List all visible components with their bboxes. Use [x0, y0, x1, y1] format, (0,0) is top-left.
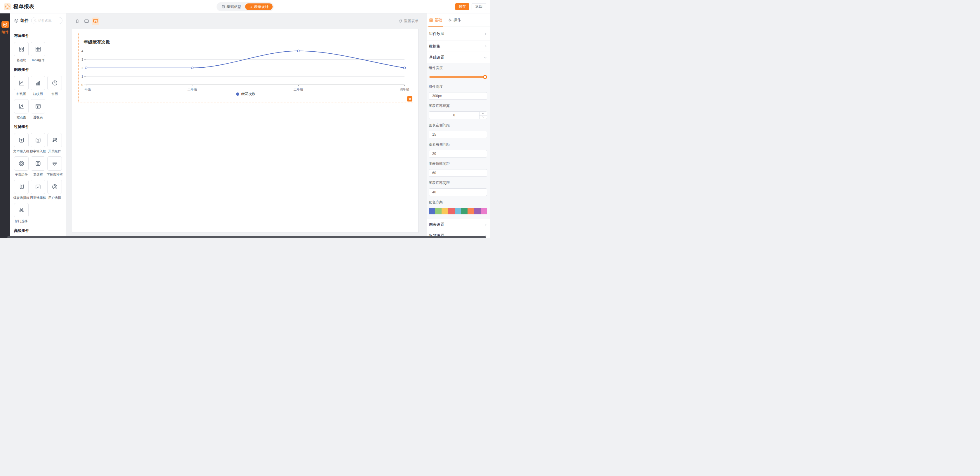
tablet-preview-button[interactable] — [83, 17, 90, 25]
palette-item-select-dropdown[interactable]: 下拉选择框 — [47, 156, 62, 177]
stepper-up-button[interactable] — [479, 112, 487, 116]
color-swatch[interactable] — [461, 208, 468, 214]
color-swatch[interactable] — [455, 208, 461, 214]
line-chart-component[interactable]: 01234一年级二年级三年级四年级 年级献花次数 献花次数 — [78, 33, 413, 102]
svg-text:4: 4 — [81, 49, 83, 53]
color-swatch[interactable] — [435, 208, 442, 214]
chart-bottom-gap-input[interactable]: 40 — [429, 189, 487, 196]
stepper-down-button[interactable] — [479, 116, 487, 119]
orange-slice-icon — [5, 4, 10, 9]
palette-item-number-input[interactable]: 数字输入框 — [31, 133, 45, 154]
user-picker-icon — [51, 184, 58, 190]
section-title-advanced: 高级组件 — [14, 228, 62, 233]
search-icon — [34, 19, 37, 22]
palette-item-bar-chart[interactable]: 柱状图 — [31, 76, 45, 96]
palette-item-date-picker[interactable]: 日期选择框 — [31, 180, 45, 200]
mobile-preview-button[interactable] — [73, 17, 81, 25]
delete-component-button[interactable] — [407, 96, 412, 102]
select-dropdown-icon — [51, 160, 58, 167]
radio-icon — [18, 160, 25, 167]
pie-chart-icon — [51, 79, 58, 86]
component-hexagon-icon — [3, 22, 8, 27]
svg-text:四年级: 四年级 — [400, 87, 409, 91]
property-inspector: 基础 操作 组件数据 数据集 基础设置 组件宽度 组件高度 300px 图表底部… — [427, 13, 490, 238]
inspector-tab-actions-label: 操作 — [453, 17, 461, 23]
component-width-slider[interactable] — [429, 76, 485, 78]
color-swatch[interactable] — [468, 208, 474, 214]
app-logo — [4, 3, 11, 10]
page-title: 橙单报表 — [13, 3, 35, 10]
palette-item-cascader[interactable]: 级联选择框 — [14, 180, 29, 200]
reset-form-label: 重置表单 — [404, 19, 418, 24]
palette-item-switch[interactable]: 开关组件 — [47, 133, 62, 154]
chart-top-gap-label: 图表顶部间距 — [429, 161, 487, 166]
height-label: 组件高度 — [429, 84, 487, 89]
palette-item-pie-chart[interactable]: 饼图 — [47, 76, 62, 96]
tab-basic-info[interactable]: 基础信息 — [218, 3, 245, 10]
desktop-preview-button[interactable] — [92, 17, 99, 25]
tab-form-design[interactable]: 表单设计 — [245, 3, 272, 10]
basic-block-icon — [18, 46, 25, 52]
palette-item-radio[interactable]: 单选组件 — [14, 156, 29, 177]
palette-item-text-input[interactable]: 文本输入框 — [14, 133, 29, 154]
component-search[interactable] — [31, 17, 62, 24]
palette-item-dept-tree[interactable]: 部门选择 — [14, 203, 29, 224]
palette-item-pivot-table[interactable]: 透视表 — [31, 99, 45, 120]
palette-item-user-picker[interactable]: 用户选择 — [47, 180, 62, 200]
color-swatch[interactable] — [474, 208, 480, 214]
tablet-icon — [84, 19, 89, 24]
tab-basic-info-label: 基础信息 — [227, 4, 241, 9]
form-doc-icon — [221, 5, 225, 8]
chart-top-gap-input[interactable]: 60 — [429, 169, 487, 177]
component-hexagon-icon — [14, 18, 19, 23]
rail-components-label: 组件 — [2, 30, 9, 35]
chart-bottom-distance-label: 图表底部距离 — [429, 103, 487, 108]
palette-title: 组件 — [21, 18, 29, 23]
section-title-filters: 过滤组件 — [14, 124, 62, 130]
desktop-icon — [93, 19, 99, 24]
color-swatch[interactable] — [448, 208, 455, 214]
reset-form-button[interactable]: 重置表单 — [398, 19, 418, 24]
chart-left-gap-input[interactable]: 15 — [429, 131, 487, 138]
color-swatch[interactable] — [442, 208, 448, 214]
color-swatch[interactable] — [429, 208, 435, 214]
chart-legend[interactable]: 献花次数 — [78, 92, 413, 97]
svg-text:二年级: 二年级 — [187, 87, 197, 91]
form-canvas-paper[interactable]: 01234一年级二年级三年级四年级 年级献花次数 献花次数 — [72, 29, 418, 233]
canvas-toolbar: 重置表单 — [66, 13, 427, 29]
row-component-data[interactable]: 组件数据 — [427, 27, 490, 41]
palette-item-basic-block[interactable]: 基础块 — [14, 42, 29, 62]
dept-tree-icon — [18, 207, 25, 214]
tab-form-design-label: 表单设计 — [254, 4, 269, 9]
chart-bottom-distance-stepper[interactable]: 0 — [429, 111, 487, 119]
chevron-down-icon — [484, 56, 487, 59]
color-swatch[interactable] — [480, 208, 487, 214]
palette-item-scatter-chart[interactable]: 散点图 — [14, 99, 29, 120]
save-button[interactable]: 保存 — [455, 3, 469, 10]
inspector-tab-basic-label: 基础 — [434, 17, 442, 23]
search-input[interactable] — [38, 19, 60, 22]
horizontal-scrollbar[interactable] — [7, 236, 486, 238]
palette-item-line-chart[interactable]: 折线图 — [14, 76, 29, 96]
svg-text:3: 3 — [81, 58, 83, 61]
inspector-tab-actions[interactable]: 操作 — [448, 13, 461, 27]
design-canvas-area: 重置表单 01234一年级二年级三年级四年级 年级献花次数 献花次数 — [66, 13, 427, 238]
slider-handle[interactable] — [483, 75, 487, 79]
palette-item-tabs[interactable]: Tabs组件 — [31, 42, 45, 62]
svg-text:一年级: 一年级 — [81, 87, 91, 91]
component-height-input[interactable]: 300px — [429, 92, 487, 100]
trash-icon — [408, 97, 412, 101]
palette-item-checkbox[interactable]: 复选框 — [31, 156, 45, 177]
color-scheme-swatches[interactable] — [429, 208, 487, 214]
grid-icon — [429, 18, 433, 22]
row-dataset[interactable]: 数据集 — [427, 41, 490, 52]
rail-components-button[interactable] — [2, 21, 9, 28]
chart-right-gap-input[interactable]: 20 — [429, 150, 487, 157]
inspector-tab-basic[interactable]: 基础 — [429, 13, 442, 27]
section-title-layout: 布局组件 — [14, 33, 62, 38]
svg-text:2: 2 — [81, 66, 83, 70]
row-basic-settings[interactable]: 基础设置 — [427, 52, 490, 63]
back-button[interactable]: 返回 — [472, 3, 486, 10]
row-chart-settings[interactable]: 图表设置 — [427, 219, 490, 230]
sliders-icon — [448, 18, 452, 22]
